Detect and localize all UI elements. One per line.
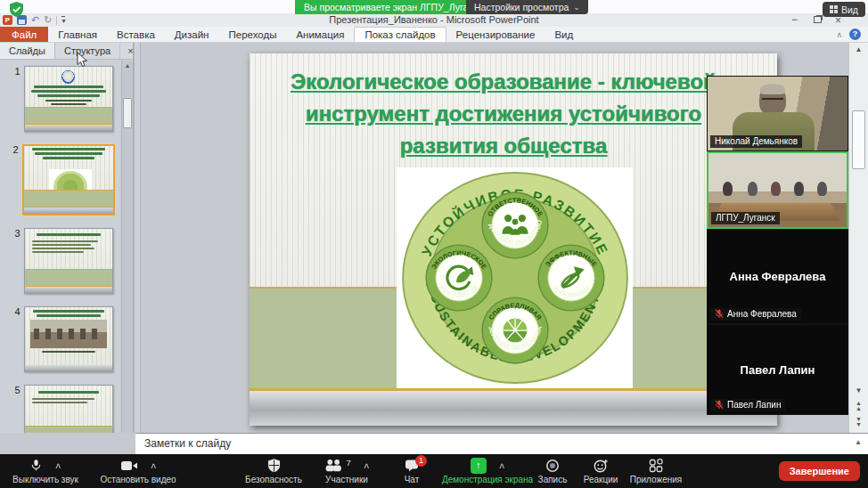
slide-footer-band [250, 391, 777, 426]
tab-animations[interactable]: Анимация [286, 27, 354, 42]
zoom-security-shield-icon[interactable] [8, 1, 25, 18]
diagram-circle-innovation: ЭФФЕКТИВНЫЕ ИННОВАЦИИ [538, 245, 604, 311]
slide-canvas[interactable]: Экологическое образование - ключевой инс… [250, 53, 777, 426]
diagram-circle-economy: СПРАВЕДЛИВАЯ ЗЕЛЁНАЯ ЭКОНОМИКА [482, 297, 548, 363]
apps-button[interactable]: Приложения [626, 458, 686, 484]
tab-review[interactable]: Рецензирование [446, 27, 545, 42]
reactions-smiley-icon [594, 459, 609, 473]
restore-button[interactable] [814, 16, 822, 23]
tab-insert[interactable]: Вставка [107, 27, 165, 42]
mute-button[interactable]: ∧ Выключить звук [4, 458, 87, 484]
participants-icon [324, 459, 343, 472]
share-screen-icon: ↑ [471, 458, 487, 474]
chevron-up-icon[interactable]: ∧ [363, 461, 371, 470]
share-screen-button[interactable]: ↑ ∧ Демонстрация экрана [437, 458, 538, 484]
slide-number: 5 [9, 385, 20, 433]
minimize-ribbon-icon[interactable]: ∧ [836, 30, 842, 39]
participants-button[interactable]: 7 ∧ Участники [310, 458, 383, 484]
slide-number: 1 [9, 66, 20, 132]
diagram-image: УСТОЙЧИВОЕ РАЗВИТИЕ SUSTAINABLE DEVELOPM… [397, 167, 633, 388]
slide-scrollbar[interactable]: ▲ ▼ ▲▲ ▼▼ [848, 43, 868, 433]
scroll-up-icon[interactable]: ▲ [849, 45, 868, 53]
microphone-icon [29, 458, 43, 473]
scroll-down-icon[interactable]: ▼ [849, 386, 868, 394]
end-meeting-button[interactable]: Завершение [779, 461, 860, 481]
chevron-up-icon[interactable]: ∧ [54, 461, 62, 470]
participant-name-label: ЛГПУ_Луганск [711, 212, 780, 224]
reactions-button[interactable]: Реакции [577, 458, 624, 484]
pane-splitter[interactable] [134, 43, 141, 433]
chat-button[interactable]: 1 Чат [392, 458, 431, 484]
tab-home[interactable]: Главная [48, 27, 107, 42]
ribbon-tab-bar: Файл Главная Вставка Дизайн Переходы Ани… [0, 27, 868, 43]
minimize-button[interactable]: − [791, 13, 798, 26]
pie-chart-icon [503, 319, 527, 343]
zoom-view-button[interactable]: Вид [823, 2, 865, 17]
pane-scrollbar[interactable]: ▲ [121, 61, 133, 433]
scroll-up-icon[interactable]: ▲ [122, 61, 133, 69]
participant-name-label: Анна Февралева [710, 308, 801, 321]
help-icon[interactable]: ? [849, 28, 861, 40]
slide-thumbnail-row[interactable]: 2 [7, 144, 115, 216]
slide-thumbnail-row[interactable]: 3 [9, 228, 113, 294]
participant-video-figure [759, 85, 786, 116]
muted-mic-icon [715, 400, 724, 410]
slide-4-thumbnail[interactable] [24, 306, 113, 372]
pane-tab-bar: Слайды Структура × [0, 43, 133, 60]
next-slide-button[interactable]: ▼▼ [849, 417, 868, 427]
slide-1-thumbnail[interactable] [24, 66, 113, 132]
chevron-up-icon[interactable]: ∧ [150, 461, 158, 470]
participant-name-label: Николай Демьянков [710, 135, 802, 148]
participants-video-panel: Николай Демьянков ЛГПУ_Луганск Анна Февр… [707, 76, 848, 415]
tab-design[interactable]: Дизайн [165, 27, 219, 42]
scrollbar-thumb[interactable] [852, 110, 865, 169]
view-settings-button[interactable]: Настройки просмотра ⌄ [466, 0, 588, 14]
chat-badge: 1 [415, 455, 427, 467]
tab-slides[interactable]: Слайды [0, 43, 55, 59]
participant-tile-anna[interactable]: Анна Февралева Анна Февралева [707, 229, 848, 324]
participants-count: 7 [347, 458, 351, 468]
window-title: Презентация_Иваненко - Microsoft PowerPo… [0, 14, 868, 25]
slide-3-thumbnail[interactable] [24, 228, 113, 294]
chevron-down-icon: ⌄ [573, 0, 580, 14]
slide-thumbnail-row[interactable]: 4 [9, 306, 113, 372]
slide-number: 3 [9, 228, 20, 294]
tab-slideshow[interactable]: Показ слайдов [354, 27, 446, 42]
camera-icon [120, 460, 138, 472]
slide-number: 4 [9, 306, 20, 372]
zoom-toolbar: ∧ Выключить звук ∧ Остановить видео Безо… [0, 454, 868, 488]
pane-scrollbar-thumb[interactable] [123, 98, 132, 128]
tab-transitions[interactable]: Переходы [218, 27, 286, 42]
muted-mic-icon [715, 309, 724, 319]
slides-pane: Слайды Структура × 1 2 [0, 43, 134, 433]
participant-name-label: Павел Лапин [710, 399, 785, 411]
tab-file[interactable]: Файл [0, 27, 48, 42]
security-button[interactable]: Безопасность [239, 458, 308, 484]
slide1-logo [61, 70, 75, 84]
participant-tile-pavel[interactable]: Павел Лапин Павел Лапин [707, 324, 848, 415]
shield-icon [267, 458, 281, 473]
mouse-cursor [77, 52, 88, 68]
screen: P ↶ ↻ ▾ Презентация_Иваненко - Microsoft… [0, 0, 868, 488]
sustainable-development-diagram: УСТОЙЧИВОЕ РАЗВИТИЕ SUSTAINABLE DEVELOPM… [400, 171, 630, 385]
stop-video-button[interactable]: ∧ Остановить видео [89, 458, 187, 484]
slide4-photo [30, 320, 107, 348]
chevron-up-icon[interactable]: ∧ [498, 461, 506, 470]
diagram-circle-society: ОТВЕТСТВЕННОЕ ЗДОРОВОЕ ОБЩЕСТВО [482, 192, 548, 258]
slide-2-thumbnail-selected[interactable] [22, 144, 115, 216]
record-button[interactable]: Запись [531, 458, 574, 484]
notes-scroll-up-icon[interactable]: ▲ [855, 438, 862, 446]
notes-pane[interactable]: Заметки к слайду [135, 433, 868, 454]
previous-slide-button[interactable]: ▲▲ [849, 401, 868, 411]
slide-thumbnail-row[interactable]: 1 [9, 66, 113, 132]
record-icon [545, 459, 560, 473]
apps-icon [649, 459, 663, 473]
slide-title: Экологическое образование - ключевой инс… [276, 66, 731, 162]
slide-thumbnail-row[interactable]: 5 [9, 385, 113, 433]
video-tile-nikolay[interactable]: Николай Демьянков [707, 76, 848, 151]
slide-5-thumbnail[interactable] [24, 385, 113, 433]
diagram-circle-ecology: ЭКОЛОГИЧЕСКОЕ РАВНОВЕСИЕ [426, 245, 492, 311]
tab-view[interactable]: Вид [545, 27, 583, 42]
video-tile-lgpu-active-speaker[interactable]: ЛГПУ_Луганск [707, 151, 848, 229]
slide-number: 2 [7, 144, 19, 216]
